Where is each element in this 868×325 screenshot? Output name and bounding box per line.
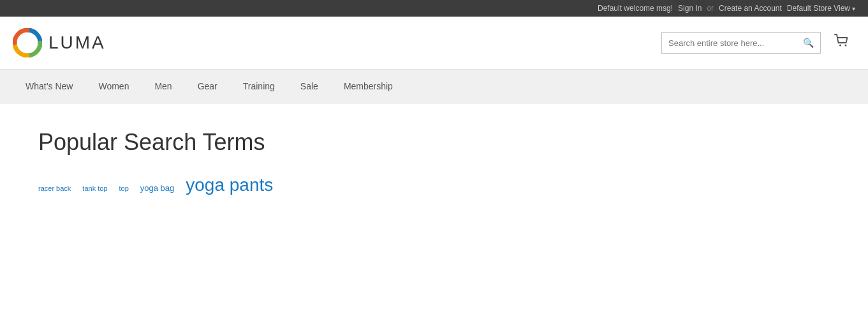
- header-right: 🔍: [661, 30, 855, 56]
- nav-item-men[interactable]: Men: [142, 70, 184, 103]
- cart-icon: [834, 33, 850, 49]
- logo-text: LUMA: [48, 33, 106, 53]
- nav-item-sale[interactable]: Sale: [288, 70, 331, 103]
- separator: or: [707, 4, 714, 13]
- search-term-yoga-pants[interactable]: yoga pants: [186, 175, 273, 195]
- nav-item-whats-new[interactable]: What’s New: [13, 70, 85, 103]
- search-input[interactable]: [662, 33, 797, 53]
- create-account-link[interactable]: Create an Account: [719, 4, 782, 13]
- nav-item-women[interactable]: Women: [85, 70, 142, 103]
- logo-icon: [13, 28, 42, 57]
- search-terms-list: racer back tank top top yoga bag yoga pa…: [38, 175, 830, 195]
- search-icon: 🔍: [803, 38, 814, 48]
- svg-point-1: [839, 45, 841, 47]
- signin-link[interactable]: Sign In: [678, 4, 702, 13]
- main-content: Popular Search Terms racer back tank top…: [0, 103, 868, 221]
- nav-item-training[interactable]: Training: [230, 70, 288, 103]
- search-box: 🔍: [661, 32, 821, 54]
- top-bar: Default welcome msg! Sign In or Create a…: [0, 0, 868, 17]
- search-button[interactable]: 🔍: [797, 33, 820, 53]
- chevron-down-icon: ▾: [852, 5, 855, 12]
- main-nav: What’s New Women Men Gear Training Sale …: [0, 70, 868, 103]
- search-term-yoga-bag[interactable]: yoga bag: [140, 183, 175, 193]
- store-view-selector[interactable]: Default Store View ▾: [787, 4, 855, 13]
- svg-point-2: [845, 45, 847, 47]
- store-view-label: Default Store View: [787, 4, 850, 13]
- welcome-message: Default welcome msg!: [598, 4, 673, 13]
- logo-link[interactable]: LUMA: [13, 28, 106, 57]
- site-header: LUMA 🔍: [0, 17, 868, 70]
- page-title: Popular Search Terms: [38, 129, 830, 156]
- cart-button[interactable]: [828, 30, 855, 56]
- nav-item-gear[interactable]: Gear: [185, 70, 230, 103]
- search-term-tank-top[interactable]: tank top: [82, 185, 107, 192]
- nav-item-membership[interactable]: Membership: [331, 70, 406, 103]
- search-term-racer-back[interactable]: racer back: [38, 185, 71, 192]
- search-term-top[interactable]: top: [119, 185, 129, 192]
